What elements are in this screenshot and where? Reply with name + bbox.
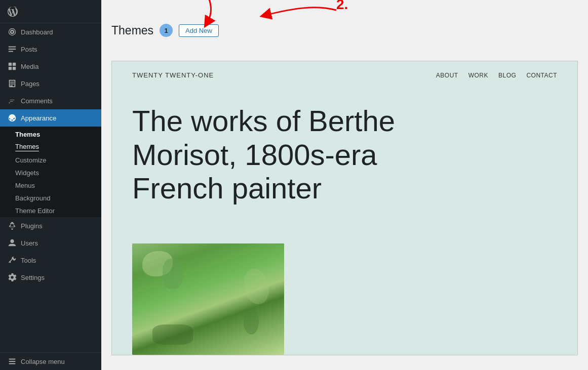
sidebar-item-media[interactable]: Media: [0, 58, 101, 75]
sidebar-item-posts[interactable]: Posts: [0, 40, 101, 58]
tools-label: Tools: [21, 257, 36, 264]
page-header: Themes 1 Add New 1. 2.: [111, 10, 578, 51]
comments-label: Comments: [21, 97, 53, 105]
svg-rect-2: [9, 67, 12, 70]
themes-section-label[interactable]: Themes: [0, 127, 101, 140]
theme-nav-blog: BLOG: [498, 72, 516, 79]
add-new-button[interactable]: Add New: [179, 24, 219, 37]
theme-nav: ABOUT WORK BLOG CONTACT: [436, 72, 557, 79]
main-content: Themes 1 Add New 1. 2.: [101, 0, 588, 370]
plugins-icon: [8, 221, 17, 230]
sidebar-item-plugins[interactable]: Plugins: [0, 217, 101, 234]
sidebar-item-settings[interactable]: Settings: [0, 269, 101, 286]
tools-icon: [8, 256, 17, 265]
theme-preview-inner: TWENTY TWENTY-ONE ABOUT WORK BLOG CONTAC…: [112, 61, 577, 355]
plugins-label: Plugins: [21, 222, 43, 230]
sidebar-submenu-item-widgets[interactable]: Widgets: [0, 167, 101, 179]
theme-preview-header: TWENTY TWENTY-ONE ABOUT WORK BLOG CONTAC…: [112, 61, 577, 89]
sidebar: Dashboard Posts Media Pages Comments App…: [0, 0, 101, 370]
theme-site-title: TWENTY TWENTY-ONE: [132, 71, 214, 79]
wp-logo[interactable]: [0, 0, 101, 23]
comments-icon: [8, 96, 17, 105]
users-icon: [8, 238, 17, 248]
settings-icon: [8, 273, 17, 282]
theme-preview-area: TWENTY TWENTY-ONE ABOUT WORK BLOG CONTAC…: [111, 61, 578, 355]
pages-icon: [8, 79, 17, 88]
annotation-arrow2: 2.: [235, 0, 387, 40]
sidebar-bottom: Collapse menu: [0, 352, 101, 370]
page-title: Themes: [111, 24, 153, 37]
sidebar-item-tools[interactable]: Tools: [0, 252, 101, 269]
svg-rect-3: [13, 67, 16, 70]
sidebar-submenu-item-customize[interactable]: Customize: [0, 154, 101, 167]
posts-icon: [8, 45, 17, 54]
sidebar-item-pages[interactable]: Pages: [0, 75, 101, 92]
media-label: Media: [21, 63, 38, 70]
dashboard-label: Dashboard: [21, 28, 53, 36]
sidebar-submenu-item-background[interactable]: Background: [0, 192, 101, 204]
media-icon: [8, 62, 17, 71]
sidebar-item-users[interactable]: Users: [0, 234, 101, 252]
sidebar-submenu-item-theme-editor[interactable]: Theme Editor: [0, 204, 101, 217]
theme-count-badge: 1: [160, 24, 173, 37]
users-label: Users: [21, 239, 38, 247]
sidebar-submenu-item-themes[interactable]: Themes: [0, 140, 101, 154]
settings-label: Settings: [21, 274, 45, 281]
svg-rect-0: [9, 63, 12, 66]
theme-nav-contact: CONTACT: [526, 72, 557, 79]
collapse-menu-button[interactable]: Collapse menu: [0, 353, 101, 370]
appearance-icon: [8, 113, 17, 122]
sidebar-item-comments[interactable]: Comments: [0, 92, 101, 109]
themes-underline: Themes: [15, 143, 39, 151]
svg-text:2.: 2.: [336, 0, 348, 12]
appearance-submenu: Themes Themes Customize Widgets Menus Ba…: [0, 127, 101, 217]
sidebar-submenu-item-menus[interactable]: Menus: [0, 179, 101, 192]
wordpress-icon: [8, 7, 18, 17]
theme-hero-text: The works of Berthe Morisot, 1800s-era F…: [112, 89, 466, 216]
dashboard-icon: [8, 27, 17, 36]
theme-image-placeholder: [132, 243, 284, 355]
theme-nav-work: WORK: [468, 72, 488, 79]
collapse-icon: [8, 357, 17, 366]
posts-label: Posts: [21, 46, 37, 53]
pages-label: Pages: [21, 80, 40, 88]
svg-rect-1: [13, 63, 16, 66]
appearance-label: Appearance: [21, 114, 56, 122]
sidebar-item-dashboard[interactable]: Dashboard: [0, 23, 101, 40]
theme-nav-about: ABOUT: [436, 72, 458, 79]
sidebar-item-appearance[interactable]: Appearance: [0, 109, 101, 127]
